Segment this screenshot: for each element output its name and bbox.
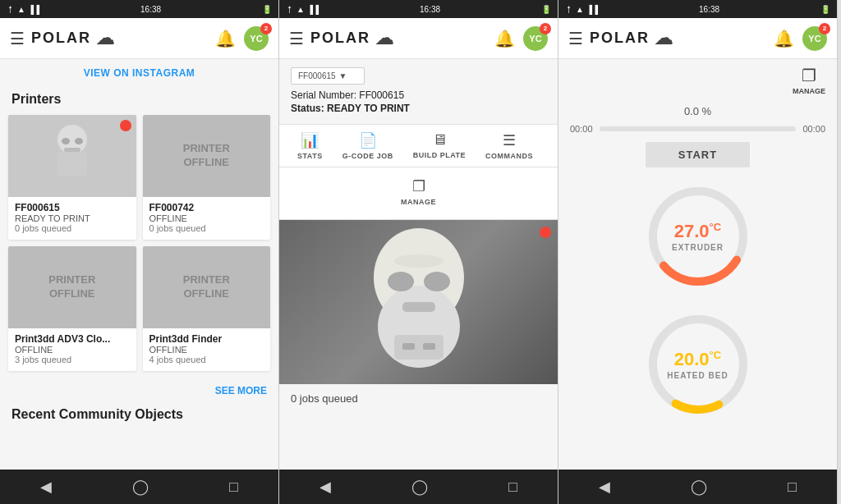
tab-manage-label: MANAGE [401, 198, 436, 206]
avatar-3[interactable]: YC 2 [802, 26, 827, 51]
brand-text: POLAR [31, 30, 91, 47]
gcode-icon: 📄 [359, 131, 377, 149]
hamburger-menu-3[interactable]: ☰ [568, 29, 583, 48]
tab-commands[interactable]: ☰ COMMANDS [476, 125, 543, 167]
recents-button-3[interactable]: □ [788, 479, 797, 496]
back-button[interactable]: ◀ [40, 478, 52, 496]
cloud-icon-2: ☁ [375, 28, 395, 49]
top-bar-2: ☰ POLAR ☁ 🔔 YC 2 [279, 18, 558, 59]
offline-label-4: PRINTEROFFLINE [183, 273, 230, 301]
recents-button[interactable]: □ [229, 479, 238, 496]
bell-icon-2[interactable]: 🔔 [494, 29, 515, 48]
buildplate-icon: 🖥 [432, 131, 447, 149]
screen-content-1: VIEW ON INSTAGRAM Printers [0, 59, 278, 470]
battery-icon: 🔋 [262, 5, 272, 14]
progress-percent: 0.0 % [570, 105, 825, 117]
tab-gcode-label: G-CODE JOB [342, 152, 393, 160]
bluetooth-icon-3: ⭡ [565, 5, 573, 14]
brand-logo-3: POLAR ☁ [590, 28, 774, 49]
status-bar-2: ⭡ ▲ ▐▐ 16:38 🔋 [279, 0, 558, 18]
bed-label: HEATED BED [667, 371, 728, 380]
manage-button[interactable]: ❐ MANAGE [793, 66, 825, 95]
svg-rect-9 [402, 302, 435, 312]
svg-rect-12 [402, 343, 415, 350]
bottom-bar-2: ◀ ◯ □ [279, 470, 558, 504]
printer-id-2: FF000742 [149, 202, 264, 213]
tab-stats-label: STATS [297, 152, 323, 160]
extruder-center: 27.0°C EXTRUDER [672, 221, 724, 251]
tab-buildplate-label: BUILD PLATE [413, 151, 466, 159]
time-display: 16:38 [140, 5, 161, 14]
printer-jobs-3: 3 jobs queued [15, 355, 130, 364]
bottom-bar-3: ◀ ◯ □ [558, 470, 837, 504]
home-button-2[interactable]: ◯ [411, 478, 428, 496]
bottom-bar-1: ◀ ◯ □ [0, 470, 278, 504]
back-button-2[interactable]: ◀ [319, 478, 331, 496]
hamburger-menu-2[interactable]: ☰ [289, 29, 304, 48]
offline-label-2: PRINTEROFFLINE [183, 142, 230, 170]
view-instagram-link[interactable]: VIEW ON INSTAGRAM [0, 59, 278, 85]
status-bar-1: ⭡ ▲ ▐▐ 16:38 🔋 [0, 0, 278, 18]
signal-icon-2: ▐▐ [307, 5, 319, 14]
bell-icon-3[interactable]: 🔔 [774, 29, 794, 48]
printer-status-text: Status: READY TO PRINT [291, 103, 546, 114]
bell-icon[interactable]: 🔔 [215, 29, 236, 48]
signal-icon-3: ▐▐ [586, 5, 598, 14]
cloud-icon: ☁ [96, 28, 116, 49]
start-button[interactable]: START [646, 142, 750, 167]
printer-status-4: OFFLINE [149, 345, 264, 355]
printer-thumb-3: PRINTEROFFLINE [8, 246, 136, 328]
time-display-2: 16:38 [420, 5, 440, 14]
bed-center: 20.0°C HEATED BED [667, 349, 728, 379]
manage-icon: ❐ [412, 177, 425, 195]
progress-section: 0.0 % 00:00 00:00 [558, 99, 837, 142]
notification-badge: 2 [260, 23, 272, 34]
battery-icon-3: 🔋 [820, 5, 830, 14]
printer-card-4[interactable]: PRINTEROFFLINE Print3dd Finder OFFLINE 4… [143, 246, 271, 371]
svg-point-8 [424, 272, 450, 291]
svg-rect-13 [423, 343, 435, 350]
wifi-icon-2: ▲ [296, 5, 305, 14]
tab-manage[interactable]: ❐ MANAGE [287, 171, 549, 213]
avatar-initials-3: YC [808, 34, 820, 44]
model-3d [279, 220, 558, 384]
tab-gcode[interactable]: 📄 G-CODE JOB [333, 125, 403, 167]
commands-icon: ☰ [503, 131, 516, 149]
avatar[interactable]: YC 2 [244, 26, 269, 51]
brand-logo-2: POLAR ☁ [310, 28, 494, 49]
avatar-2[interactable]: YC 2 [523, 26, 548, 51]
avatar-initials-2: YC [529, 34, 541, 44]
printer-card-3[interactable]: PRINTEROFFLINE Print3dd ADV3 Clo... OFFL… [8, 246, 136, 371]
tab-commands-label: COMMANDS [485, 152, 533, 160]
avatar-initials: YC [250, 34, 262, 44]
bluetooth-icon: ⭡ [7, 5, 15, 14]
home-button-3[interactable]: ◯ [691, 478, 707, 496]
back-button-3[interactable]: ◀ [599, 478, 610, 496]
printer-card-2[interactable]: PRINTEROFFLINE FF000742 OFFLINE 0 jobs q… [143, 115, 271, 240]
tab-buildplate[interactable]: 🖥 BUILD PLATE [403, 125, 476, 167]
progress-bar-row: 00:00 00:00 [570, 124, 825, 134]
top-bar-3: ☰ POLAR ☁ 🔔 YC 2 [558, 18, 837, 59]
see-more-link[interactable]: SEE MORE [215, 385, 267, 396]
dropdown-arrow: ▼ [339, 71, 347, 80]
gauge-section: 27.0°C EXTRUDER 20.0°C HEATED BED [558, 179, 837, 433]
manage-grid-icon: ❐ [802, 66, 816, 85]
extruder-gauge: 27.0°C EXTRUDER [641, 179, 756, 294]
wifi-icon-3: ▲ [576, 5, 584, 14]
svg-point-3 [75, 138, 83, 144]
svg-point-2 [62, 138, 70, 144]
tab-stats[interactable]: 📊 STATS [287, 125, 333, 167]
signal-icon: ▐▐ [28, 5, 39, 14]
svg-rect-1 [57, 152, 87, 176]
tab-section: 📊 STATS 📄 G-CODE JOB 🖥 BUILD PLATE ☰ COM… [279, 124, 558, 220]
printer-dropdown[interactable]: FF000615 ▼ [291, 67, 365, 85]
printer-status-3: OFFLINE [15, 345, 130, 355]
progress-time-start: 00:00 [570, 124, 593, 134]
recents-button-2[interactable]: □ [508, 479, 517, 496]
brand-logo: POLAR ☁ [31, 28, 215, 49]
home-button[interactable]: ◯ [132, 478, 149, 496]
phone-3: ⭡ ▲ ▐▐ 16:38 🔋 ☰ POLAR ☁ 🔔 YC 2 ❐ MANAGE [558, 0, 838, 504]
printer-card-1[interactable]: FF000615 READY TO PRINT 0 jobs queued [8, 115, 136, 240]
printer-jobs-1: 0 jobs queued [15, 223, 130, 233]
hamburger-menu[interactable]: ☰ [10, 29, 25, 48]
